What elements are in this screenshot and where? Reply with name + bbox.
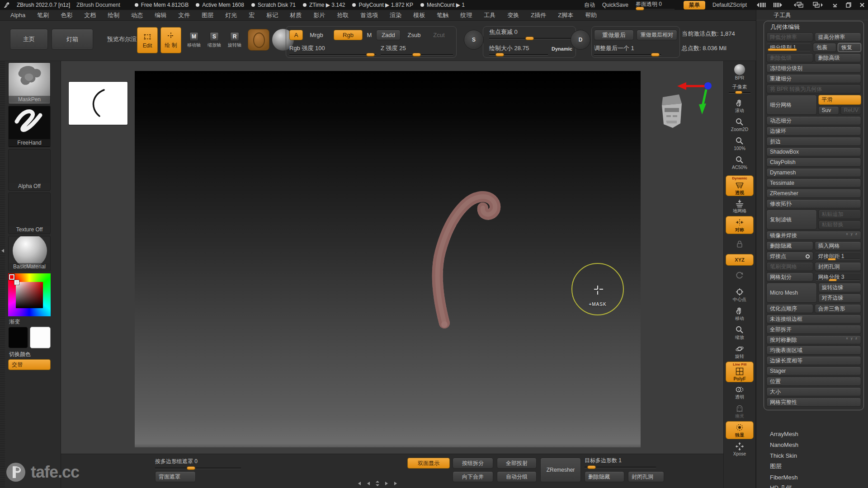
brush-selector[interactable]: MaskPen <box>8 62 51 104</box>
menu-item[interactable]: 笔触 <box>431 11 454 19</box>
alpha-channel-button[interactable]: A <box>289 30 303 40</box>
delete-lower-button[interactable]: 删除低级 <box>766 53 813 62</box>
gradient-toggle[interactable]: 渐变 <box>9 318 20 326</box>
project-all-button[interactable]: 全部投射 <box>497 458 537 469</box>
stroke-selector[interactable]: FreeHand <box>8 106 51 147</box>
menu-item[interactable]: 帮助 <box>579 11 603 19</box>
divide-button[interactable]: 细分网格 <box>766 95 817 115</box>
stager-button[interactable]: Stager <box>766 366 861 375</box>
switch-color-button[interactable]: 切换颜色 <box>9 351 31 358</box>
restore-button[interactable] <box>845 2 852 8</box>
actual-size-button[interactable]: 100% <box>726 135 754 153</box>
ghost-button[interactable]: 幽灵 <box>726 402 754 420</box>
lightbox-button[interactable]: 灯箱 <box>52 29 93 50</box>
higher-res-button[interactable]: 提高分辨率 <box>815 33 862 42</box>
alternate-button[interactable]: 交替 <box>8 359 51 370</box>
rotate-nav-button[interactable]: 旋转 <box>726 343 754 361</box>
axis-toggle-hint[interactable]: x y z <box>846 232 858 236</box>
section-tessimate[interactable]: Tessimate <box>766 178 861 188</box>
menu-item[interactable]: 模板 <box>407 11 431 19</box>
symmetry-button[interactable]: 对称 <box>726 216 754 234</box>
floor-grid-button[interactable]: 地网格 <box>726 197 754 215</box>
menu-item[interactable]: 材质 <box>284 11 307 19</box>
minimize-button[interactable] <box>832 2 838 8</box>
section-hd-geometry[interactable]: HD 几何 <box>764 483 864 488</box>
menu-item[interactable]: Z插件 <box>525 11 552 19</box>
equalize-surface-button[interactable]: 均衡表面区域 <box>766 346 861 355</box>
weld-distance-slider[interactable]: 焊接间距 1 <box>815 252 862 261</box>
split-all-button[interactable]: 全部拆开 <box>766 325 861 334</box>
spin-edge-button[interactable]: 旋转边缘 <box>818 283 862 292</box>
move-nav-button[interactable]: 移动 <box>726 305 754 323</box>
menu-item[interactable]: 工具 <box>478 11 501 19</box>
freeze-subdivision-button[interactable]: 冻结细分级别 <box>766 64 861 73</box>
left-tray-divider[interactable] <box>0 61 5 488</box>
transparency-button[interactable]: 透明 <box>726 383 754 401</box>
brush-to-mesh-button[interactable]: 笔刷变网格 <box>766 262 813 271</box>
mirror-and-weld-button[interactable]: 镜像并焊接 x y z <box>766 231 861 240</box>
auto-group-button[interactable]: 自动分组 <box>497 471 537 482</box>
scale-nav-button[interactable]: 缩放 <box>726 324 754 342</box>
color-picker-sv-box[interactable] <box>16 282 43 308</box>
micro-mesh-button[interactable]: Micro Mesh <box>766 283 817 303</box>
geometry-group-header[interactable]: 几何体编辑 <box>766 23 862 31</box>
menu-item[interactable]: 灯光 <box>219 11 243 19</box>
secondary-color-swatch[interactable] <box>30 327 51 348</box>
section-edge-loop[interactable]: 边缘环 <box>766 127 861 136</box>
menu-item[interactable]: Alpha <box>5 12 31 19</box>
paste-replace-button[interactable]: 粘贴替换 <box>818 221 862 230</box>
mrgb-button[interactable]: Mrgb <box>305 30 328 40</box>
perspective-button[interactable]: Dynamic 透视 <box>726 175 754 196</box>
z-intensity-handle[interactable] <box>412 53 421 56</box>
merge-triangles-button[interactable]: 合并三角形 <box>815 304 862 313</box>
texture-selector[interactable]: Texture Off <box>8 192 51 234</box>
color-picker[interactable] <box>8 273 51 316</box>
section-fibermesh[interactable]: FiberMesh <box>764 473 864 482</box>
palette-dock-left-button[interactable] <box>792 1 805 9</box>
mesh-segments-slider[interactable]: 网格分段 3 <box>815 272 862 282</box>
camera-orientation-gizmo[interactable] <box>650 75 718 139</box>
menu-item[interactable]: 拾取 <box>331 11 354 19</box>
menu-item[interactable]: 色彩 <box>55 11 78 19</box>
material-selector[interactable]: BasicMaterial <box>8 236 51 271</box>
close-holes-bottom-button[interactable]: 封闭孔洞 <box>628 471 664 482</box>
section-claypolish[interactable]: ClayPolish <box>766 158 861 167</box>
zscript-selector[interactable]: DefaultZScript <box>712 2 747 8</box>
local-pivot-button[interactable]: 中心点 <box>726 286 754 304</box>
convert-bpr-button[interactable]: 将 BPR 转换为几何体 <box>766 84 861 94</box>
move-axis-button[interactable]: M 移动轴 <box>184 28 203 52</box>
section-zremesher[interactable]: ZRemesher <box>766 189 861 198</box>
reuv-toggle[interactable]: ReUV <box>840 106 861 115</box>
delete-higher-button[interactable]: 删除高级 <box>815 53 862 62</box>
menu-item[interactable]: 文件 <box>172 11 196 19</box>
menu-item[interactable]: 编辑 <box>149 11 172 19</box>
zsub-button[interactable]: Zsub <box>403 30 425 40</box>
antialias-half-button[interactable]: AC50% <box>726 154 754 172</box>
restore-button[interactable]: 恢复 <box>838 43 861 52</box>
close-holes-button[interactable]: 封闭孔洞 <box>815 262 862 271</box>
ungrouped-border-button[interactable]: 未连接组边框 <box>766 314 861 324</box>
page-last-icon[interactable] <box>393 481 398 486</box>
size-button[interactable]: 大小 <box>766 387 861 396</box>
equal-edge-length-button[interactable]: 边缘长度相等 <box>766 356 861 365</box>
menu-item[interactable]: 文档 <box>78 11 102 19</box>
adjust-last-handle[interactable] <box>651 53 660 56</box>
zoom2d-button[interactable]: Zoom2D <box>726 116 754 134</box>
main-color-swatch[interactable] <box>8 327 28 348</box>
edit-button[interactable]: Edit <box>137 27 158 53</box>
paste-append-button[interactable]: 粘贴追加 <box>818 210 862 219</box>
mask-by-polygroup-handle[interactable] <box>187 466 195 470</box>
zremesher-button[interactable]: ZRemesher <box>540 458 581 482</box>
home-button[interactable]: 主页 <box>10 29 48 50</box>
menu-item[interactable]: 绘制 <box>102 11 125 19</box>
section-crease[interactable]: 折边 <box>766 137 861 146</box>
lower-res-button[interactable]: 降低分辨率 <box>766 33 813 42</box>
menu-item[interactable]: 标记 <box>260 11 284 19</box>
polyframe-button[interactable]: Line Fill PolyF <box>726 361 754 382</box>
insert-mesh-button[interactable]: 插入网格 <box>815 241 862 250</box>
suv-toggle[interactable]: Suv <box>818 106 839 115</box>
stroke-curve-s-button[interactable]: S <box>464 30 484 50</box>
menu-item[interactable]: 纹理 <box>454 11 478 19</box>
section-thick-skin[interactable]: Thick Skin <box>764 451 864 460</box>
section-layers[interactable]: 图层 <box>764 462 864 471</box>
